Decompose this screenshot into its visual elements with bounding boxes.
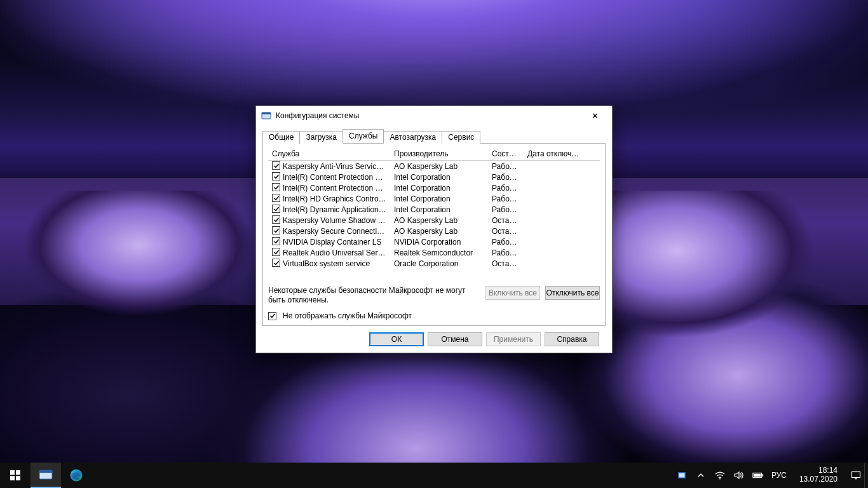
service-checkbox[interactable] [272,226,280,234]
col-service[interactable]: Служба [268,147,390,160]
disable-all-button[interactable]: Отключить все [545,286,600,300]
service-row[interactable]: Kaspersky Anti-Virus Service 20.0AO Kasp… [268,161,600,172]
taskbar-app-msconfig[interactable] [31,463,61,488]
services-list[interactable]: Kaspersky Anti-Virus Service 20.0AO Kasp… [268,161,600,280]
service-row[interactable]: Kaspersky Secure Connection S…AO Kaspers… [268,226,600,236]
service-checkbox[interactable] [272,215,280,224]
col-status[interactable]: Состоя… [488,147,524,160]
service-checkbox[interactable] [272,248,280,256]
service-name: Intel(R) Dynamic Application Loa… [283,205,390,214]
service-manufacturer: Realtek Semiconductor [390,248,488,257]
window-title: Конфигурация системы [276,111,581,120]
tray-overflow-icon[interactable] [695,470,707,481]
service-status: Работает [488,248,524,257]
tray-app-icon[interactable] [676,470,688,481]
svg-rect-14 [754,474,761,477]
service-status: Работает [488,184,524,193]
ok-button[interactable]: ОК [369,332,424,346]
service-row[interactable]: Intel(R) Content Protection HEC…Intel Co… [268,172,600,182]
service-name: Intel(R) HD Graphics Control Pa… [283,194,390,203]
clock-date: 13.07.2020 [799,475,837,484]
col-disabled-date[interactable]: Дата отключе… [524,147,587,160]
tab-tools[interactable]: Сервис [442,131,480,144]
enable-all-button[interactable]: Включить все [485,286,540,300]
service-checkbox[interactable] [272,205,280,213]
help-button[interactable]: Справка [545,332,599,346]
svg-rect-7 [39,470,52,473]
svg-rect-4 [10,476,15,480]
service-name: Kaspersky Volume Shadow Copy… [283,216,390,225]
service-status: Работает [488,194,524,203]
volume-icon[interactable] [733,470,745,481]
windows-logo-icon [10,470,20,480]
service-checkbox[interactable] [272,237,280,245]
service-row[interactable]: Intel(R) Dynamic Application Loa…Intel C… [268,204,600,215]
service-name: Kaspersky Anti-Virus Service 20.0 [283,162,390,171]
msconfig-icon [261,111,271,121]
start-button[interactable] [0,463,31,488]
battery-icon[interactable] [752,470,764,481]
service-row[interactable]: Kaspersky Volume Shadow Copy…AO Kaspersk… [268,215,600,226]
service-status: Остан… [488,259,524,268]
service-name: Intel(R) Content Protection HDC… [283,184,390,193]
services-panel: Служба Производитель Состоя… Дата отключ… [262,143,606,326]
service-row[interactable]: Intel(R) HD Graphics Control Pa…Intel Co… [268,193,600,204]
service-manufacturer: Intel Corporation [390,194,488,203]
taskbar: РУС 18:14 13.07.2020 [0,463,868,488]
tabstrip: Общие Загрузка Службы Автозагрузка Серви… [262,129,606,143]
security-note: Некоторые службы безопасности Майкрософт… [268,286,480,305]
input-language[interactable]: РУС [771,471,787,480]
service-manufacturer: AO Kaspersky Lab [390,216,488,225]
list-header: Служба Производитель Состоя… Дата отключ… [268,147,600,161]
service-status: Работает [488,238,524,247]
close-icon: ✕ [592,112,599,120]
service-name: Intel(R) Content Protection HEC… [283,173,390,182]
service-checkbox[interactable] [272,161,280,170]
service-manufacturer: AO Kaspersky Lab [390,162,488,171]
close-button[interactable]: ✕ [581,107,609,125]
dialog-buttons: ОК Отмена Применить Справка [262,326,606,346]
tab-general[interactable]: Общие [262,131,300,144]
service-name: Kaspersky Secure Connection S… [283,227,390,236]
service-row[interactable]: Intel(R) Content Protection HDC…Intel Co… [268,182,600,193]
service-manufacturer: Oracle Corporation [390,259,488,268]
msconfig-taskbar-icon [38,468,53,481]
svg-point-11 [719,478,721,480]
svg-rect-3 [16,470,20,475]
svg-rect-15 [852,472,860,478]
service-status: Остан… [488,216,524,225]
show-desktop-button[interactable] [864,463,868,488]
cancel-button[interactable]: Отмена [428,332,482,346]
service-status: Работает [488,162,524,171]
desktop-wallpaper: Конфигурация системы ✕ Общие Загрузка Сл… [0,0,868,488]
service-manufacturer: Intel Corporation [390,173,488,182]
clock-time: 18:14 [799,466,837,475]
action-center-icon[interactable] [850,470,862,481]
tab-startup[interactable]: Автозагрузка [383,131,442,144]
edge-icon [69,468,83,482]
apply-button[interactable]: Применить [486,332,541,346]
service-checkbox[interactable] [272,172,280,180]
service-status: Работает [488,173,524,182]
tab-services[interactable]: Службы [342,129,384,143]
service-checkbox[interactable] [272,194,280,202]
service-name: Realtek Audio Universal Service [283,248,390,257]
svg-rect-5 [16,476,20,480]
service-checkbox[interactable] [272,183,280,191]
wifi-icon[interactable] [714,470,726,481]
hide-ms-services[interactable]: Не отображать службы Майкрософт [268,311,600,320]
service-row[interactable]: VirtualBox system serviceOracle Corporat… [268,258,600,269]
svg-rect-10 [679,473,684,478]
tab-boot[interactable]: Загрузка [299,131,343,144]
taskbar-app-edge[interactable] [61,463,92,488]
service-checkbox[interactable] [272,259,280,267]
service-row[interactable]: NVIDIA Display Container LSNVIDIA Corpor… [268,236,600,247]
clock[interactable]: 18:14 13.07.2020 [794,466,843,484]
service-manufacturer: Intel Corporation [390,205,488,214]
titlebar[interactable]: Конфигурация системы ✕ [256,106,612,125]
service-row[interactable]: Realtek Audio Universal ServiceRealtek S… [268,247,600,258]
hide-ms-checkbox[interactable] [268,312,276,320]
col-manufacturer[interactable]: Производитель [390,147,488,160]
service-name: VirtualBox system service [283,259,370,268]
service-status: Остан… [488,227,524,236]
